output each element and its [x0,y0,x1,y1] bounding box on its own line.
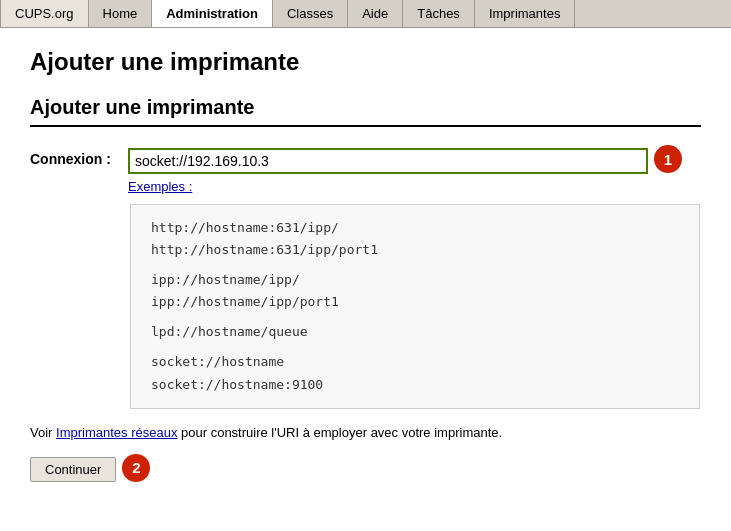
printers-network-link[interactable]: Imprimantes réseaux [56,425,177,440]
connection-input[interactable] [128,148,648,174]
example-line-3: ipp://hostname/ipp/ [151,269,679,291]
example-line-4: ipp://hostname/ipp/port1 [151,291,679,313]
example-line-5: lpd://hostname/queue [151,321,679,343]
nav-item-cups[interactable]: CUPS.org [0,0,89,27]
button-row: Continuer 2 [30,456,701,484]
nav-item-classes[interactable]: Classes [273,0,348,27]
info-text-before: Voir [30,425,56,440]
continue-button[interactable]: Continuer [30,457,116,482]
example-line-2: http://hostname:631/ipp/port1 [151,239,679,261]
nav-item-imprimantes[interactable]: Imprimantes [475,0,576,27]
info-text: Voir Imprimantes réseaux pour construire… [30,425,701,440]
section-heading: Ajouter une imprimante [30,96,701,127]
nav-item-home[interactable]: Home [89,0,153,27]
nav-item-administration[interactable]: Administration [152,0,273,27]
example-line-7: socket://hostname:9100 [151,374,679,396]
info-text-after: pour construire l'URI à employer avec vo… [177,425,502,440]
examples-label[interactable]: Exemples : [128,179,682,194]
connection-label: Connexion : [30,147,120,167]
page-title: Ajouter une imprimante [30,48,701,76]
main-content: Ajouter une imprimante Ajouter une impri… [0,28,731,504]
examples-box: http://hostname:631/ipp/ http://hostname… [130,204,700,409]
annotation-1: 1 [654,145,682,173]
connection-form-row: Connexion : 1 Exemples : [30,147,701,194]
example-line-6: socket://hostname [151,351,679,373]
connection-input-group: 1 Exemples : [128,147,682,194]
nav-item-taches[interactable]: Tâches [403,0,475,27]
example-line-1: http://hostname:631/ipp/ [151,217,679,239]
annotation-2: 2 [122,454,150,482]
navigation: CUPS.org Home Administration Classes Aid… [0,0,731,28]
nav-item-aide[interactable]: Aide [348,0,403,27]
